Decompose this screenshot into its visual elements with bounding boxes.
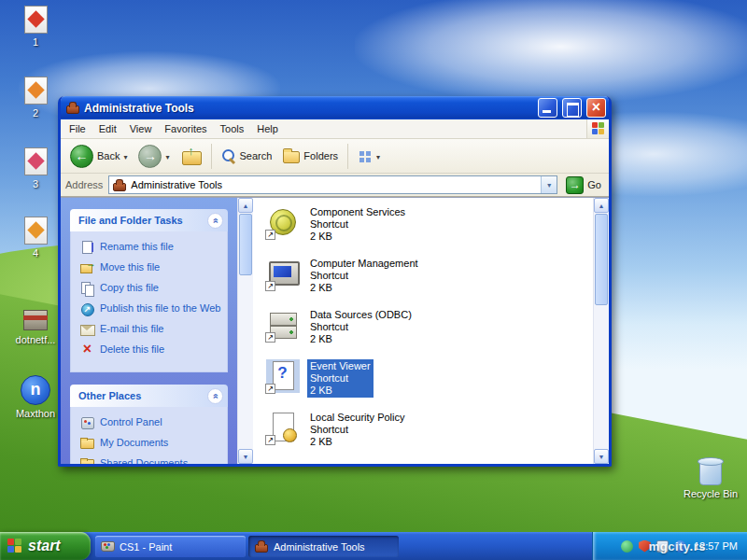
file-list: Component Services Shortcut 2 KB Compute… — [253, 198, 593, 464]
menubar: File Edit View Favorites Tools Help — [61, 119, 609, 139]
file-local-security-policy[interactable]: Local Security Policy Shortcut 2 KB — [266, 411, 593, 449]
link-my-documents[interactable]: My Documents — [80, 437, 223, 450]
search-button[interactable]: Search — [217, 147, 277, 165]
chevron-down-icon[interactable] — [165, 150, 169, 161]
forward-button[interactable] — [134, 143, 174, 170]
menu-view[interactable]: View — [123, 123, 159, 134]
scroll-down-button[interactable] — [594, 449, 609, 464]
task-publish-file[interactable]: Publish this file to the Web — [80, 302, 223, 315]
windows-flag-icon — [7, 539, 22, 553]
taskbar-item-admin-tools[interactable]: Administrative Tools — [248, 536, 399, 557]
file-size: 2 KB — [310, 436, 405, 448]
scrollbar-track[interactable] — [238, 213, 253, 449]
file-event-viewer[interactable]: Event Viewer Shortcut 2 KB — [266, 359, 593, 398]
scrollbar-track[interactable] — [594, 213, 609, 449]
admin-tools-icon — [65, 101, 80, 115]
forward-icon — [138, 145, 162, 168]
scroll-up-button[interactable] — [238, 198, 253, 213]
back-button[interactable]: Back — [65, 143, 132, 170]
task-copy-file[interactable]: Copy this file — [80, 282, 223, 295]
up-button[interactable] — [176, 145, 206, 168]
link-control-panel[interactable]: Control Panel — [80, 416, 223, 429]
panel-title: Other Places — [78, 390, 207, 401]
publish-web-icon — [80, 302, 94, 315]
collapse-chevron-icon[interactable] — [207, 388, 223, 404]
file-type: Shortcut — [310, 424, 405, 436]
chevron-down-icon[interactable] — [376, 150, 380, 161]
start-button[interactable]: start — [0, 532, 91, 560]
shortcut-arrow-icon — [265, 332, 275, 343]
desktop-icon-recycle-bin[interactable]: Recycle Bin — [678, 454, 743, 499]
file-component-services[interactable]: Component Services Shortcut 2 KB — [266, 205, 593, 244]
address-value: Administrative Tools — [131, 179, 537, 190]
installer-icon — [21, 306, 49, 331]
go-button[interactable]: Go — [563, 176, 604, 194]
file-name: Local Security Policy — [310, 412, 405, 424]
desktop-icon-label: Maxthon — [16, 408, 55, 419]
menu-favorites[interactable]: Favorites — [158, 123, 213, 134]
back-label: Back — [97, 150, 120, 161]
scrollbar-thumb[interactable] — [239, 214, 252, 275]
task-label: Control Panel — [100, 416, 162, 428]
windows-logo-icon — [586, 119, 609, 138]
document-icon — [24, 77, 48, 105]
paint-icon — [101, 540, 115, 553]
address-dropdown-button[interactable] — [541, 176, 557, 193]
menu-file[interactable]: File — [63, 123, 92, 134]
folders-button[interactable]: Folders — [278, 147, 343, 165]
scroll-down-button[interactable] — [238, 449, 253, 464]
task-label: Copy this file — [100, 282, 159, 294]
panel-header[interactable]: Other Places — [70, 385, 228, 407]
task-email-file[interactable]: E-mail this file — [80, 323, 223, 336]
window-title: Administrative Tools — [84, 102, 534, 115]
shortcut-arrow-icon — [265, 384, 275, 394]
scrollbar-thumb[interactable] — [595, 214, 608, 305]
file-data-sources-odbc[interactable]: Data Sources (ODBC) Shortcut 2 KB — [266, 308, 593, 346]
taskbar-item-paint[interactable]: CS1 - Paint — [95, 536, 246, 557]
panel-body: Control Panel My Documents Shared Docume… — [70, 407, 228, 464]
task-label: Rename this file — [100, 241, 174, 253]
folder-icon — [80, 457, 94, 464]
other-places-panel: Other Places Control Panel My Documents — [70, 385, 228, 464]
maximize-button[interactable] — [562, 98, 582, 118]
taskpane-scrollbar[interactable] — [237, 198, 253, 464]
file-size: 2 KB — [310, 333, 412, 345]
folder-icon — [283, 151, 300, 163]
shortcut-arrow-icon — [265, 281, 275, 291]
close-button[interactable] — [586, 98, 606, 118]
minimize-button[interactable] — [538, 98, 557, 118]
address-combo[interactable]: Administrative Tools — [108, 175, 557, 194]
titlebar[interactable]: Administrative Tools — [61, 96, 609, 119]
filelist-scrollbar[interactable] — [593, 198, 609, 464]
file-type: Shortcut — [310, 270, 418, 282]
collapse-chevron-icon[interactable] — [207, 213, 223, 229]
file-text: Computer Management Shortcut 2 KB — [307, 257, 421, 295]
menu-tools[interactable]: Tools — [214, 123, 251, 134]
chevron-down-icon[interactable] — [123, 150, 127, 161]
file-computer-management[interactable]: Computer Management Shortcut 2 KB — [266, 257, 593, 295]
shortcut-arrow-icon — [265, 230, 275, 240]
panel-title: File and Folder Tasks — [78, 215, 207, 226]
menu-help[interactable]: Help — [250, 123, 285, 134]
admin-tools-icon — [112, 178, 127, 192]
desktop-icon-label: Recycle Bin — [684, 488, 738, 499]
task-label: Shared Documents — [100, 457, 188, 464]
file-text: Local Security Policy Shortcut 2 KB — [307, 411, 408, 449]
email-icon — [80, 323, 94, 336]
cloud — [355, 0, 747, 103]
tray-icon-1[interactable] — [621, 540, 633, 553]
task-label: Move this file — [100, 261, 160, 273]
menu-edit[interactable]: Edit — [92, 123, 123, 134]
document-icon — [24, 217, 48, 245]
task-delete-file[interactable]: Delete this file — [80, 343, 223, 357]
folders-label: Folders — [303, 150, 338, 161]
task-label: My Documents — [100, 437, 168, 449]
desktop-icon-1[interactable]: 1 — [2, 6, 69, 48]
scroll-up-button[interactable] — [594, 198, 609, 213]
task-move-file[interactable]: Move this file — [80, 261, 223, 274]
views-button[interactable] — [353, 147, 385, 166]
task-rename-file[interactable]: Rename this file — [80, 241, 223, 254]
shortcut-arrow-icon — [265, 435, 275, 445]
panel-header[interactable]: File and Folder Tasks — [70, 209, 228, 231]
link-shared-documents[interactable]: Shared Documents — [80, 457, 223, 464]
